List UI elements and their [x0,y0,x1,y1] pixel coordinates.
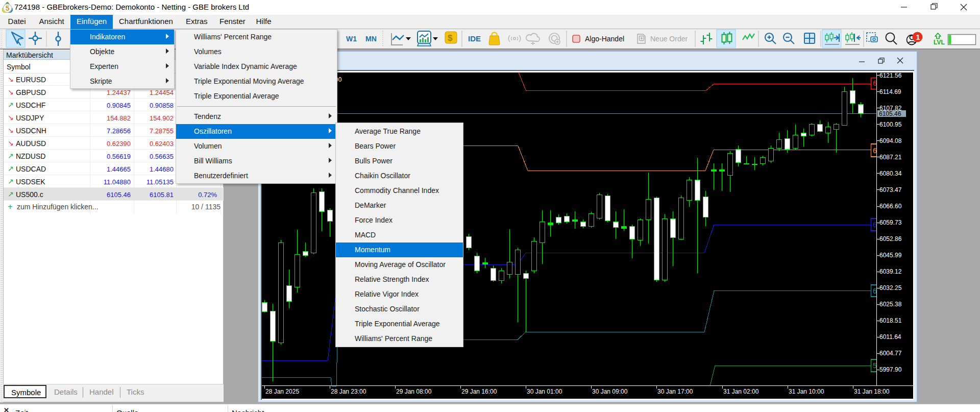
svg-text:31 Jan 02:00: 31 Jan 02:00 [723,388,759,395]
svg-text:MN: MN [365,35,377,43]
svg-text:31 Jan 18:00: 31 Jan 18:00 [854,388,890,395]
svg-text:6059.73: 6059.73 [879,219,902,226]
svg-text:6039.12: 6039.12 [879,268,902,275]
svg-text:6018.51: 6018.51 [879,317,902,324]
svg-text:$: $ [448,33,453,43]
svg-text:6052.86: 6052.86 [879,235,902,243]
svg-text:6: 6 [873,79,877,87]
svg-text:W1: W1 [346,35,357,43]
svg-text:30 Jan 09:00: 30 Jan 09:00 [592,388,628,395]
svg-text:6094.08: 6094.08 [879,137,902,144]
svg-text:Algo-Handel: Algo-Handel [585,35,624,43]
svg-text:6: 6 [873,287,877,295]
svg-text:29 Jan 16:00: 29 Jan 16:00 [461,388,497,395]
svg-text:6011.64: 6011.64 [879,333,901,341]
svg-text:6: 6 [873,221,877,229]
svg-text:6032.25: 6032.25 [879,284,902,292]
svg-text:5997.90: 5997.90 [879,366,902,373]
svg-text:6087.21: 6087.21 [879,154,902,161]
svg-text:6114.69: 6114.69 [879,88,901,95]
svg-text:30 Jan 01:00: 30 Jan 01:00 [527,388,562,395]
svg-text:6025.38: 6025.38 [879,301,902,308]
svg-text:6: 6 [873,147,877,155]
svg-text:6073.47: 6073.47 [879,186,902,193]
svg-text:6004.77: 6004.77 [879,350,902,357]
svg-text:28 Jan 2025: 28 Jan 2025 [265,388,299,395]
svg-text:6080.34: 6080.34 [879,170,902,177]
svg-text:28 Jan 23:00: 28 Jan 23:00 [331,388,366,395]
svg-text:5: 5 [873,361,877,370]
svg-text:29 Jan 08:00: 29 Jan 08:00 [396,388,432,395]
svg-text:IDE: IDE [468,34,481,43]
svg-text:6045.99: 6045.99 [879,252,902,259]
svg-text:LVL: LVL [934,39,945,46]
svg-text:6105.46: 6105.46 [879,110,901,117]
svg-text:6121.56: 6121.56 [879,72,902,79]
svg-text:30 Jan 17:00: 30 Jan 17:00 [657,388,693,395]
svg-text:6066.60: 6066.60 [879,203,902,210]
svg-text:1: 1 [916,33,920,41]
svg-text:31 Jan 10:00: 31 Jan 10:00 [789,388,824,395]
svg-text:6100.95: 6100.95 [879,121,902,128]
svg-text:Neue Order: Neue Order [650,35,688,43]
